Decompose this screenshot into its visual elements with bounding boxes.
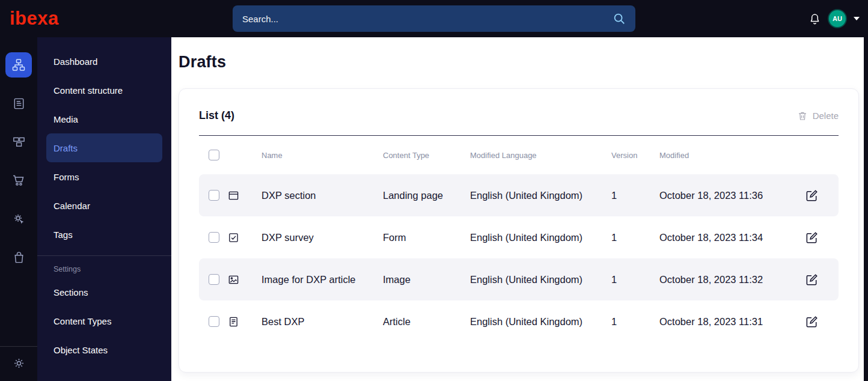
row-name[interactable]: DXP survey [252, 232, 373, 243]
list-title: List (4) [199, 109, 234, 122]
sidebar-item-label: Forms [53, 172, 79, 182]
sidebar-item-label: Object States [53, 345, 108, 355]
sidebar-item-label: Dashboard [53, 56, 97, 67]
search-input[interactable] [242, 14, 613, 24]
table-row: Best DXPArticleEnglish (United Kingdom)1… [199, 300, 839, 343]
icon-rail [0, 37, 37, 381]
drafts-table: Name Content Type Modified Language Vers… [199, 135, 839, 343]
drafts-card: List (4) Delete Name Content Type [179, 88, 859, 373]
column-header-modified-language: Modified Language [460, 151, 602, 160]
sidebar-item-sections[interactable]: Sections [37, 278, 171, 306]
sidebar-item-drafts[interactable]: Drafts [46, 133, 162, 162]
sidebar-item-label: Content Types [53, 316, 111, 326]
search-icon[interactable] [613, 12, 626, 25]
rail-footer [0, 346, 37, 381]
table-row: DXP surveyFormEnglish (United Kingdom)1O… [199, 216, 839, 258]
row-version: 1 [602, 274, 650, 285]
row-checkbox[interactable] [209, 316, 219, 327]
topbar-right: AU [808, 10, 868, 27]
sidebar-item-calendar[interactable]: Calendar [37, 191, 171, 220]
column-header-content-type: Content Type [373, 151, 460, 160]
row-content-type: Article [373, 316, 460, 328]
sidebar-item-tags[interactable]: Tags [37, 220, 171, 249]
sidebar-item-label: Content structure [53, 85, 123, 96]
row-language: English (United Kingdom) [460, 232, 602, 243]
commerce-cart-icon[interactable] [0, 161, 37, 200]
settings-section-label: Settings [37, 256, 171, 278]
row-modified: October 18, 2023 11:36 [650, 190, 805, 201]
row-modified: October 18, 2023 11:34 [650, 232, 805, 243]
global-search [233, 5, 635, 32]
app-shell: DashboardContent structureMediaDraftsFor… [0, 37, 868, 381]
trash-icon [797, 111, 808, 121]
sidebar-item-dashboard[interactable]: Dashboard [37, 47, 171, 76]
row-name[interactable]: Image for DXP article [252, 274, 373, 285]
row-language: English (United Kingdom) [460, 316, 602, 328]
sidebar-item-label: Drafts [53, 143, 78, 153]
column-header-name: Name [252, 151, 373, 160]
sidebar-item-label: Tags [53, 230, 73, 240]
row-language: English (United Kingdom) [460, 190, 602, 201]
form-icon [228, 232, 239, 243]
column-header-modified: Modified [650, 151, 805, 160]
pages-icon[interactable] [0, 84, 37, 123]
select-all-checkbox[interactable] [209, 150, 219, 160]
row-checkbox[interactable] [209, 274, 219, 285]
row-checkbox[interactable] [209, 232, 219, 243]
edit-icon[interactable] [805, 273, 819, 287]
edit-icon[interactable] [805, 315, 819, 329]
right-panel-strip [864, 37, 868, 381]
row-checkbox[interactable] [209, 190, 219, 201]
sidebar-item-content-types[interactable]: Content Types [37, 306, 171, 335]
row-name[interactable]: DXP section [252, 190, 373, 201]
card-header: List (4) Delete [199, 89, 839, 135]
sidebar-menu: DashboardContent structureMediaDraftsFor… [37, 37, 171, 381]
sidebar-item-forms[interactable]: Forms [37, 162, 171, 191]
personalization-icon[interactable] [0, 200, 37, 238]
sidebar-item-label: Sections [53, 287, 88, 297]
sidebar-item-media[interactable]: Media [37, 105, 171, 133]
blocks-icon[interactable] [0, 123, 37, 161]
sidebar-item-label: Media [53, 114, 78, 124]
delete-button[interactable]: Delete [797, 111, 839, 121]
row-version: 1 [602, 316, 650, 328]
chevron-down-icon[interactable] [854, 17, 860, 20]
delete-label: Delete [813, 111, 839, 121]
row-content-type: Image [373, 274, 460, 285]
article-icon [228, 316, 239, 328]
sidebar-item-label: Calendar [53, 201, 90, 211]
sidebar-item-object-states[interactable]: Object States [37, 335, 171, 364]
row-content-type: Landing page [373, 190, 460, 201]
product-catalog-icon[interactable] [0, 238, 37, 276]
row-content-type: Form [373, 232, 460, 243]
table-header-row: Name Content Type Modified Language Vers… [199, 136, 839, 174]
content-structure-icon[interactable] [0, 46, 37, 84]
row-language: English (United Kingdom) [460, 274, 602, 285]
column-header-version: Version [602, 151, 650, 160]
table-row: Image for DXP articleImageEnglish (Unite… [199, 258, 839, 300]
landing-page-icon [228, 190, 239, 201]
main-content: Drafts List (4) Delete Name [171, 37, 864, 381]
avatar[interactable]: AU [829, 10, 846, 27]
row-modified: October 18, 2023 11:32 [650, 274, 805, 285]
notifications-bell-icon[interactable] [808, 13, 821, 25]
sidebar-item-content-structure[interactable]: Content structure [37, 76, 171, 105]
table-row: DXP sectionLanding pageEnglish (United K… [199, 174, 839, 216]
settings-gear-icon[interactable] [12, 356, 26, 370]
edit-icon[interactable] [805, 231, 819, 245]
page-title: Drafts [179, 53, 859, 72]
topbar: ibexa AU [0, 0, 868, 37]
row-modified: October 18, 2023 11:31 [650, 316, 805, 328]
image-icon [228, 274, 239, 285]
row-version: 1 [602, 190, 650, 201]
row-version: 1 [602, 232, 650, 243]
edit-icon[interactable] [805, 189, 819, 203]
ibexa-logo[interactable]: ibexa [0, 8, 171, 29]
row-name[interactable]: Best DXP [252, 316, 373, 328]
